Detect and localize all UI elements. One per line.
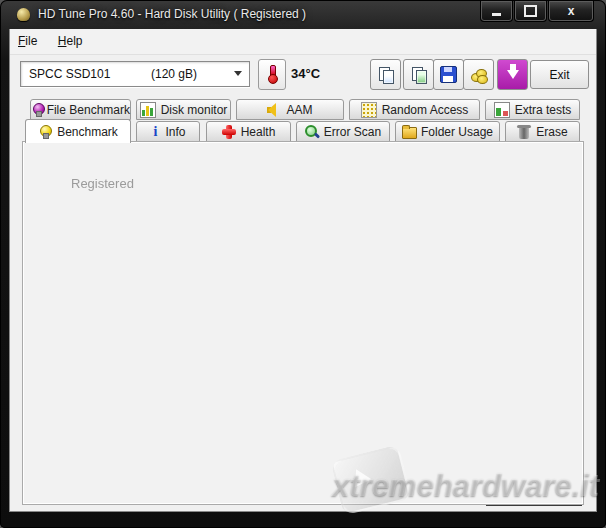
tab-aam[interactable]: AAM [236,99,344,120]
folder-icon [402,125,416,139]
tab-benchmark[interactable]: Benchmark [25,119,131,143]
minimize-button[interactable] [480,1,513,22]
menu-file[interactable]: File [10,29,45,52]
exit-button[interactable]: Exit [530,60,589,89]
benchmark-icon [38,125,52,139]
tab-label: Extra tests [515,103,572,117]
save-icon [440,66,457,83]
tab-label: Erase [536,125,567,139]
window-title: HD Tune Pro 4.60 - Hard Disk Utility ( R… [38,7,306,21]
random-access-icon [361,102,377,118]
tab-label: Disk monitor [161,103,228,117]
menu-bar: File Help [10,29,596,55]
tab-label: Benchmark [57,125,118,139]
disk-monitor-icon [140,102,156,118]
drive-model: SPCC SSD101 [29,67,110,81]
hd-tune-window: HD Tune Pro 4.60 - Hard Disk Utility ( R… [0,0,606,528]
drive-capacity: (120 gB) [151,67,197,81]
tab-file-benchmark[interactable]: File Benchmark [30,99,131,120]
tab-erase[interactable]: Erase [505,121,580,142]
registered-watermark: Registered [71,176,134,191]
tab-folder-usage[interactable]: Folder Usage [395,121,500,142]
close-button[interactable]: x [548,1,594,22]
close-icon: x [568,5,575,17]
drive-selector[interactable]: SPCC SSD101 (120 gB) [20,61,250,87]
title-bar[interactable]: HD Tune Pro 4.60 - Hard Disk Utility ( R… [0,0,606,29]
speaker-icon [267,103,281,117]
save-button[interactable] [433,59,464,90]
copy-icon [379,67,393,83]
capture-icon [471,68,487,82]
copy-image-icon [412,67,426,83]
toolbar: SPCC SSD101 (120 gB) 34°C Exit [10,55,596,98]
tab-extra-tests[interactable]: Extra tests [485,99,580,120]
tab-label: Info [165,125,185,139]
magnifier-icon [305,125,319,139]
app-icon [17,8,30,21]
down-arrow-icon [507,70,519,79]
copy-button[interactable] [370,59,401,90]
tab-disk-monitor[interactable]: Disk monitor [136,99,231,120]
tab-info[interactable]: i Info [136,121,200,142]
menu-help[interactable]: Help [50,29,91,52]
temperature-value: 34°C [291,66,320,81]
tab-label: Random Access [382,103,469,117]
tab-label: Error Scan [324,125,381,139]
thermometer-icon [269,65,275,84]
tab-health[interactable]: Health [206,121,291,142]
benchmark-page [22,141,584,505]
chevron-down-icon [234,71,242,76]
trash-icon [517,125,531,139]
minimize-icon [492,13,501,16]
tab-random-access[interactable]: Random Access [349,99,480,120]
health-cross-icon [222,125,236,139]
tab-label: Health [241,125,276,139]
info-icon: i [150,125,160,139]
extra-tests-icon [494,102,510,118]
tab-error-scan[interactable]: Error Scan [296,121,390,142]
tab-label: Folder Usage [421,125,493,139]
maximize-button[interactable] [514,1,547,22]
update-button[interactable] [497,59,528,90]
file-benchmark-icon [31,103,42,117]
temperature-button[interactable] [258,59,286,90]
maximize-icon [524,5,537,17]
capture-button[interactable] [463,59,494,90]
copy-image-button[interactable] [403,59,434,90]
tab-label: AAM [286,103,312,117]
tab-label: File Benchmark [47,103,130,117]
